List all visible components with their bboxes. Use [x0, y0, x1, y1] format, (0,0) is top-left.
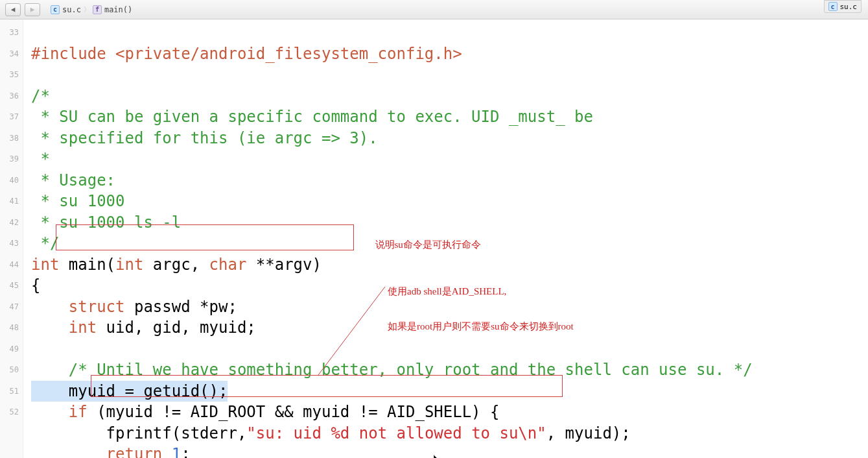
line-number: 33 — [0, 22, 19, 43]
code-token: 1 — [162, 445, 181, 458]
code-line: * Usage: — [31, 171, 115, 189]
code-token: fprintf(stderr, — [31, 424, 246, 442]
code-token: uid, gid, myuid; — [97, 319, 256, 337]
code-token: passwd *pw; — [125, 298, 237, 316]
code-line: * SU can be given a specific command to … — [31, 108, 593, 126]
line-number: 48 — [0, 317, 19, 339]
code-token: int — [69, 319, 97, 337]
tab-filename: su.c — [840, 3, 858, 11]
code-token: int — [31, 256, 59, 274]
code-content[interactable]: #include <private/android_filesystem_con… — [23, 19, 868, 458]
line-number: 52 — [0, 402, 19, 423]
code-token: struct — [69, 298, 125, 316]
code-token: , myuid); — [546, 424, 631, 442]
nav-back-button[interactable]: ◀ — [5, 3, 21, 16]
breadcrumb-file[interactable]: su.c — [62, 5, 81, 14]
code-line: * — [31, 150, 50, 168]
code-token: return — [106, 445, 163, 458]
code-line: /* — [31, 87, 50, 105]
line-number: 36 — [0, 86, 19, 107]
code-token: (myuid != AID_ROOT && myuid != AID_SHELL… — [88, 403, 500, 421]
code-token: ; — [181, 445, 190, 458]
line-number: 43 — [0, 233, 19, 254]
line-number: 50 — [0, 359, 19, 381]
code-line: { — [31, 276, 40, 295]
code-line: #include <private/android_filesystem_con… — [31, 45, 462, 63]
line-number: 38 — [0, 128, 19, 149]
breadcrumb: c su.c 〉 f main() — [51, 5, 132, 14]
navigation-toolbar: ◀ ▶ c su.c 〉 f main() — [0, 0, 868, 19]
line-number-gutter: 33 34 35 36 37 38 39 40 41 42 43 44 45 4… — [0, 19, 23, 458]
line-number: 41 — [0, 191, 19, 212]
annotation-text-2: 使用adb shell是AID_SHELL, 如果是root用户则不需要su命令… — [388, 262, 574, 356]
code-token: int — [115, 256, 143, 274]
c-file-icon: c — [51, 5, 60, 14]
code-token: **argv) — [246, 256, 322, 274]
line-number: 40 — [0, 170, 19, 191]
line-number: 42 — [0, 212, 19, 234]
code-token: "su: uid %d not allowed to su\n" — [246, 424, 546, 442]
line-number: 34 — [0, 43, 19, 65]
code-token: main( — [59, 256, 115, 274]
line-number: 35 — [0, 64, 19, 86]
line-number: 37 — [0, 106, 19, 128]
code-line: * su 1000 — [31, 192, 125, 210]
c-file-icon: c — [828, 2, 838, 11]
code-token: argc, — [143, 256, 209, 274]
editor-area: 33 34 35 36 37 38 39 40 41 42 43 44 45 4… — [0, 19, 868, 458]
line-number: 51 — [0, 381, 19, 402]
breadcrumb-function[interactable]: main() — [104, 5, 132, 14]
nav-forward-button[interactable]: ▶ — [25, 3, 40, 16]
function-icon: f — [93, 5, 102, 14]
code-line: * su 1000 ls -l — [31, 213, 181, 232]
chevron-right-icon: 〉 — [84, 5, 90, 14]
triangle-left-icon: ◀ — [11, 5, 16, 14]
code-token: if — [69, 403, 88, 421]
line-number: 44 — [0, 254, 19, 276]
line-number: 45 — [0, 275, 19, 296]
line-number: 49 — [0, 339, 19, 360]
code-line: /* Until we have something better, only … — [69, 361, 753, 379]
annotation-text-1: 说明su命令是可执行命令 — [360, 227, 481, 262]
line-number: 39 — [0, 149, 19, 170]
line-number: 47 — [0, 296, 19, 318]
code-line: */ — [31, 234, 59, 252]
triangle-right-icon: ▶ — [30, 5, 35, 14]
code-line: * specified for this (ie argc => 3). — [31, 129, 378, 147]
code-token: char — [209, 256, 247, 274]
editor-tab[interactable]: c su.c — [824, 0, 862, 13]
code-line-highlighted: myuid = getuid(); — [31, 381, 228, 402]
